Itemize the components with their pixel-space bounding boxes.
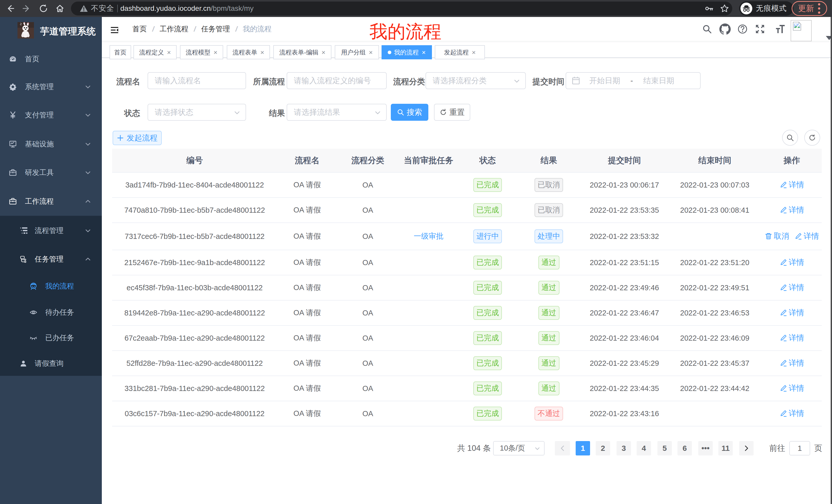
omnibox-divider (117, 5, 118, 12)
breadcrumb-item[interactable]: 首页 (132, 24, 147, 34)
detail-link[interactable]: 详情 (780, 205, 804, 215)
sidebar-item-done-tasks[interactable]: 已办任务 (0, 325, 102, 351)
sidebar-item-system[interactable]: 系统管理 (0, 73, 102, 101)
detail-link[interactable]: 详情 (780, 282, 804, 293)
cell-actions: 详情 (762, 257, 822, 268)
filter-time-range[interactable]: 开始日期 - 结束日期 (566, 72, 701, 89)
detail-link-label: 详情 (789, 179, 804, 190)
browser-forward-icon[interactable] (22, 4, 31, 13)
cancel-link[interactable]: 取消 (765, 231, 789, 242)
tab-user-group[interactable]: 用户分组× (335, 45, 379, 59)
cell-end-time: 2022-01-22 23:44:42 (668, 384, 762, 393)
filter-result-select[interactable]: 请选择流结果 (287, 104, 387, 121)
chevron-down-icon (234, 109, 240, 116)
page-button-11[interactable]: 11 (718, 441, 733, 455)
detail-link[interactable]: 详情 (780, 333, 804, 343)
refresh-table-button[interactable] (804, 130, 820, 146)
cell-end-time: 2022-01-23 00:07:03 (668, 181, 762, 189)
sidebar-logo[interactable]: 芋道管理系统 (0, 17, 102, 46)
close-icon[interactable]: × (260, 49, 264, 56)
filter-name-input[interactable]: 请输入流程名 (148, 72, 246, 89)
tab-my-process[interactable]: 我的流程× (382, 45, 432, 59)
browser-back-icon[interactable] (5, 4, 15, 13)
cell-actions: 详情 (762, 333, 822, 344)
sidebar-item-my-process[interactable]: 我的流程 (0, 273, 102, 299)
header-search-icon[interactable] (702, 24, 712, 34)
goto-page-input[interactable]: 1 (789, 441, 810, 455)
sidebar-item-process-mgmt[interactable]: 流程管理 (0, 218, 102, 244)
sidebar-item-task-mgmt[interactable]: 任务管理 (0, 246, 102, 272)
browser-menu-icon[interactable] (817, 2, 821, 15)
chevron-left-icon (559, 445, 566, 452)
breadcrumb-item[interactable]: 任务管理 (201, 24, 230, 34)
sidebar-toggle-icon[interactable] (110, 26, 119, 34)
sidebar-item-workflow[interactable]: 工作流程 (0, 187, 102, 216)
avatar[interactable] (790, 20, 812, 41)
password-key-icon[interactable] (704, 4, 714, 13)
cell-actions: 详情 (762, 307, 822, 318)
show-search-button[interactable] (782, 130, 798, 146)
close-icon[interactable]: × (213, 49, 217, 56)
detail-link[interactable]: 详情 (780, 358, 804, 368)
sidebar-item-infra[interactable]: 基础设施 (0, 130, 102, 159)
font-size-icon[interactable] (772, 24, 786, 34)
update-button[interactable]: 更新 (791, 1, 827, 16)
sidebar-item-pay[interactable]: 支付管理 (0, 101, 102, 130)
close-icon[interactable]: × (422, 49, 425, 56)
sidebar-item-leave-query[interactable]: 请假查询 (0, 351, 102, 376)
sidebar-item-todo-tasks[interactable]: 待办任务 (0, 300, 102, 325)
reset-button[interactable]: 重置 (434, 104, 470, 121)
cell-result: 处理中 (517, 229, 581, 243)
search-button[interactable]: 搜索 (391, 104, 428, 121)
close-icon[interactable]: × (321, 49, 325, 56)
detail-link[interactable]: 详情 (780, 383, 804, 394)
tab-process-form-edit[interactable]: 流程表单-编辑× (273, 45, 331, 59)
address-bar[interactable]: 不安全 dashboard.yudao.iocoder.cn/bpm/task/… (71, 2, 732, 16)
detail-link[interactable]: 详情 (795, 231, 819, 242)
cell-submit-time: 2022-01-22 23:53:35 (581, 206, 668, 215)
tab-start-process[interactable]: 发起流程× (435, 45, 485, 59)
detail-link[interactable]: 详情 (780, 307, 804, 318)
close-icon[interactable]: × (472, 49, 476, 56)
tab-process-model[interactable]: 流程模型× (180, 45, 223, 59)
page-ellipsis[interactable]: ••• (698, 441, 713, 455)
page-button-6[interactable]: 6 (677, 441, 692, 455)
sidebar-item-devtools[interactable]: 研发工具 (0, 158, 102, 187)
page-size-select[interactable]: 10条/页 (493, 441, 545, 455)
tab-process-definition[interactable]: 流程定义× (133, 45, 177, 59)
help-icon[interactable] (737, 24, 748, 34)
filter-status-select[interactable]: 请选择状态 (148, 104, 246, 121)
breadcrumb-item[interactable]: 工作流程 (160, 24, 188, 34)
sidebar-item-home[interactable]: 首页 (0, 45, 102, 74)
cell-category: OA (337, 309, 398, 317)
page-button-3[interactable]: 3 (617, 441, 631, 455)
fullscreen-icon[interactable] (755, 24, 765, 34)
detail-link[interactable]: 详情 (780, 257, 804, 268)
detail-link[interactable]: 详情 (780, 408, 804, 419)
cell-submit-time: 2022-01-22 23:53:32 (581, 232, 668, 241)
task-link[interactable]: 一级审批 (414, 232, 443, 240)
close-icon[interactable]: × (167, 49, 171, 56)
tab-home[interactable]: 首页 (109, 45, 131, 59)
cell-name: OA 请假 (277, 383, 337, 394)
close-icon[interactable]: × (369, 49, 372, 56)
next-page-button[interactable] (739, 441, 754, 455)
browser-home-icon[interactable] (55, 4, 65, 13)
filter-category-select[interactable]: 请选择流程分类 (425, 72, 526, 89)
tab-process-form[interactable]: 流程表单× (227, 45, 270, 59)
page-button-1[interactable]: 1 (576, 441, 590, 455)
page-button-5[interactable]: 5 (657, 441, 672, 455)
github-icon[interactable] (719, 23, 731, 35)
column-header: 流程名 (277, 155, 337, 166)
browser-reload-icon[interactable] (38, 4, 48, 13)
bookmark-star-icon[interactable] (720, 4, 729, 13)
edit-icon (780, 334, 787, 342)
page-button-4[interactable]: 4 (636, 441, 651, 455)
filter-definition-input[interactable]: 请输入流程定义的编号 (287, 72, 387, 89)
cell-result: 通过 (517, 356, 581, 370)
page-button-2[interactable]: 2 (596, 441, 610, 455)
detail-link[interactable]: 详情 (780, 179, 804, 190)
prev-page-button[interactable] (555, 441, 570, 455)
cancel-link-label: 取消 (774, 231, 789, 242)
create-process-button[interactable]: 发起流程 (113, 131, 162, 145)
